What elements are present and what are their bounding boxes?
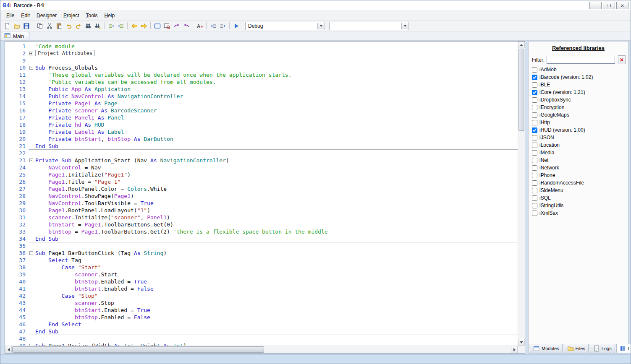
code-text[interactable]: Private scanner As BarcodeScanner [35, 107, 518, 114]
code-text[interactable]: Public NavControl As NavigationControlle… [35, 93, 518, 100]
outdent-button[interactable] [208, 21, 218, 31]
find-button[interactable] [83, 21, 93, 31]
build-config-select[interactable]: Debug [245, 22, 325, 30]
code-text[interactable]: btnStart.Enabled = True [35, 307, 518, 314]
open-button[interactable] [12, 21, 21, 31]
library-checkbox[interactable] [532, 75, 537, 80]
code-text[interactable]: NavControl.ToolBarVisible = True [35, 200, 518, 207]
code-text[interactable]: Page1.Initialize("Page1") [35, 171, 518, 178]
library-item[interactable]: iEncryption [532, 104, 628, 111]
library-checkbox[interactable] [532, 150, 537, 156]
code-text[interactable]: btnStop.Enabled = False [35, 314, 518, 321]
code-text[interactable]: NavControl = Nav [35, 164, 518, 171]
library-checkbox[interactable] [532, 90, 537, 95]
tab-main[interactable]: Main [2, 32, 29, 40]
code-text[interactable]: 'These global variables will be declared… [35, 71, 518, 78]
vertical-scroll-thumb[interactable] [518, 49, 524, 131]
library-item[interactable]: iRandomAccessFile [532, 179, 628, 187]
code-text[interactable]: Private Page1 As Page [35, 100, 518, 107]
switch-forward-button[interactable] [181, 21, 191, 31]
library-item[interactable]: iXmlSax [532, 209, 628, 217]
combo-caret[interactable] [401, 23, 408, 29]
code-text[interactable]: btnStop.Enabled = True [35, 278, 518, 285]
minimize-button[interactable]: — [589, 2, 602, 9]
close-button[interactable]: ✕ [616, 2, 628, 9]
library-checkbox[interactable] [532, 135, 537, 140]
library-item[interactable]: iAdMob [532, 66, 628, 73]
code-text[interactable] [35, 150, 518, 157]
device-select[interactable] [329, 22, 409, 30]
code-text[interactable]: Page1.RootPanel.LoadLayout("1") [35, 207, 518, 214]
library-checkbox[interactable] [532, 165, 537, 171]
code-text[interactable]: Page1.Title = "Page 1" [35, 178, 518, 185]
fold-marker[interactable]: + [29, 50, 35, 57]
library-item[interactable]: iHUD (version: 1.00) [532, 126, 628, 134]
library-item[interactable]: iJSON [532, 134, 628, 141]
code-text[interactable]: Sub Page1_Resize (Width As Int, Height A… [35, 342, 518, 346]
copy-button[interactable] [35, 21, 45, 31]
redo-button[interactable] [73, 21, 83, 31]
paste-button[interactable] [54, 21, 64, 31]
indent-button[interactable] [218, 21, 228, 31]
menu-edit[interactable]: Edit [18, 11, 33, 20]
library-checkbox[interactable] [532, 158, 537, 163]
code-text[interactable]: Sub Page1_BarButtonClick (Tag As String) [35, 250, 518, 257]
code-text[interactable]: 'Public variables can be accessed from a… [35, 78, 518, 86]
combo-caret[interactable] [317, 23, 324, 29]
clear-filter-button[interactable]: ✕ [618, 55, 626, 64]
vertical-scrollbar[interactable] [518, 42, 525, 346]
code-text[interactable]: btnStart.Enabled = False [35, 285, 518, 292]
library-item[interactable]: iBLE [532, 81, 628, 88]
code-text[interactable]: End Select [35, 321, 518, 328]
code-text[interactable] [35, 57, 518, 64]
library-item[interactable]: iNet [532, 156, 628, 164]
switch-back-button[interactable] [172, 21, 181, 31]
horizontal-scroll-thumb[interactable] [12, 346, 264, 353]
save-button[interactable] [21, 21, 31, 31]
code-lines[interactable]: 1'Code module2+Project Attributes910-Sub… [5, 42, 518, 346]
code-text[interactable]: scanner.Start [35, 271, 518, 278]
menu-tools[interactable]: Tools [82, 11, 101, 20]
comment-button[interactable] [106, 21, 116, 31]
code-text[interactable]: End Sub [35, 143, 518, 149]
code-text[interactable]: End Sub [35, 328, 518, 335]
code-text[interactable]: Case "Start" [35, 264, 518, 271]
library-item[interactable]: iDropboxSync [532, 96, 628, 104]
fold-marker[interactable]: - [29, 64, 35, 71]
code-text[interactable]: scanner.Initialize("scanner", Panel1) [35, 214, 518, 221]
library-item[interactable]: iSQL [532, 194, 628, 202]
library-checkbox[interactable] [532, 211, 537, 216]
undo-button[interactable] [64, 21, 73, 31]
new-file-button[interactable] [2, 21, 12, 31]
code-text[interactable]: scanner.Stop [35, 299, 518, 307]
code-text[interactable]: Select Tag [35, 257, 518, 264]
panel-tab-logs[interactable]: Logs [590, 344, 615, 353]
menu-designer[interactable]: Designer [33, 11, 60, 20]
code-text[interactable]: 'Code module [35, 43, 518, 50]
filter-input[interactable] [547, 56, 615, 64]
code-text[interactable]: Private hd As HUD [35, 121, 518, 128]
panel-tab-libs[interactable]: Libs [616, 344, 631, 353]
library-item[interactable]: iMedia [532, 149, 628, 156]
code-text[interactable]: btnStart = Page1.ToolbarButtons.Get(0) [35, 221, 518, 228]
scroll-left-button[interactable] [5, 346, 12, 353]
horizontal-scrollbar[interactable] [5, 346, 518, 353]
library-item[interactable]: iPhone [532, 172, 628, 179]
library-item[interactable]: iHttp [532, 119, 628, 126]
back-button[interactable] [129, 21, 139, 31]
library-checkbox[interactable] [532, 188, 537, 193]
library-checkbox[interactable] [532, 105, 537, 110]
library-checkbox[interactable] [532, 127, 537, 133]
code-text[interactable]: Private Panel1 As Panel [35, 114, 518, 121]
library-checkbox[interactable] [532, 112, 537, 118]
library-item[interactable]: iGoogleMaps [532, 111, 628, 119]
menu-help[interactable]: Help [101, 11, 118, 20]
library-item[interactable]: iNetwork [532, 164, 628, 172]
fold-marker[interactable]: - [29, 342, 35, 346]
library-checkbox[interactable] [532, 120, 537, 125]
scroll-up-button[interactable] [518, 42, 525, 48]
panel-tab-modules[interactable]: Modules [530, 344, 563, 353]
library-checkbox[interactable] [532, 173, 537, 178]
code-text[interactable]: Page1.RootPanel.Color = Colors.White [35, 185, 518, 192]
scroll-right-button[interactable] [511, 346, 518, 353]
